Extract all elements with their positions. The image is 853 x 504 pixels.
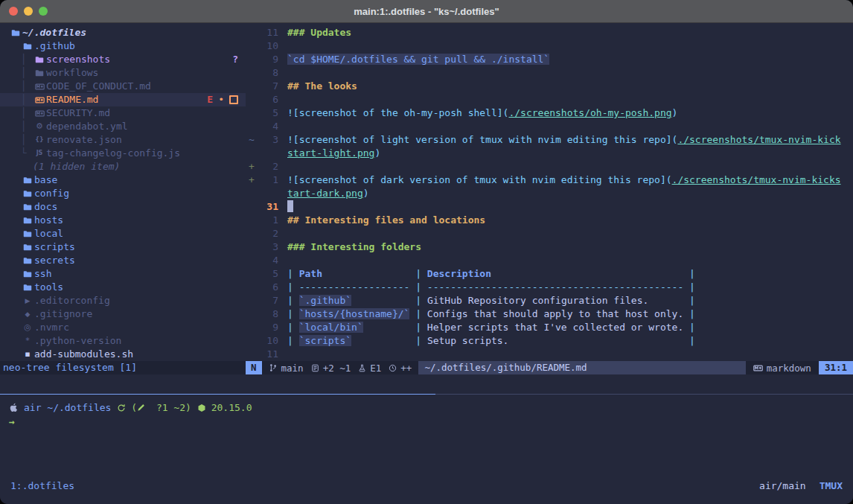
editor-line[interactable]: 10| `scripts` | Setup scripts. | xyxy=(246,334,853,348)
tree-item-tools[interactable]: tools xyxy=(0,281,246,294)
line-number: 3 xyxy=(259,240,278,254)
tree-item-renovate-json[interactable]: │{}renovate.json xyxy=(0,133,246,147)
tree-item-tag-changelog-config-js[interactable]: └JStag-changelog-config.js xyxy=(0,147,246,160)
markdown-icon xyxy=(753,363,763,373)
gutter-sign: ~ xyxy=(246,133,259,147)
editor-line[interactable]: 11 xyxy=(246,348,853,361)
tree-item-editorconfig[interactable]: ▶.editorconfig xyxy=(0,294,246,307)
line-number: 5 xyxy=(259,106,278,120)
folder-icon xyxy=(33,55,46,64)
tree-item-secrets[interactable]: secrets xyxy=(0,254,246,267)
file-icon xyxy=(310,364,320,372)
gutter-sign xyxy=(246,294,259,307)
prompt-segment: air xyxy=(24,401,47,415)
tree-item-screenshots[interactable]: │screenshots? xyxy=(0,53,246,66)
tree-item-add-submodules-sh[interactable]: ▪add-submodules.sh xyxy=(0,348,246,361)
line-text: | ------------------- | ----------------… xyxy=(278,281,853,294)
tree-item-python-version[interactable]: *.python-version xyxy=(0,334,246,348)
line-text xyxy=(278,200,853,214)
tree-item-hosts[interactable]: hosts xyxy=(0,214,246,227)
tree-item-readme-md[interactable]: │README.mdE• xyxy=(0,93,246,106)
editor-line[interactable]: 5| Path | Description | xyxy=(246,267,853,281)
editor-line[interactable]: 31 xyxy=(246,200,853,214)
tree-item-docs[interactable]: docs xyxy=(0,200,246,214)
tree-item-label: screenshots xyxy=(46,53,110,66)
editor-line[interactable]: 7## The looks xyxy=(246,80,853,93)
tree-item-dotfiles[interactable]: ~/.dotfiles xyxy=(0,26,246,39)
tree-item-security-md[interactable]: │SECURITY.md xyxy=(0,106,246,120)
md-icon xyxy=(33,109,46,118)
tree-item-label: .editorconfig xyxy=(34,294,110,307)
editor-line[interactable]: 9| `local/bin` | Helper scripts that I'v… xyxy=(246,321,853,334)
editor-line[interactable]: 1## Interesting files and locations xyxy=(246,214,853,227)
tree-item-ssh[interactable]: ssh xyxy=(0,267,246,281)
tmux-window-tab[interactable]: 1:.dotfiles xyxy=(10,478,74,494)
editor-line[interactable]: 2 xyxy=(246,227,853,240)
tmux-pane-divider xyxy=(0,394,853,395)
folder-icon xyxy=(21,202,34,211)
line-text: ### Updates xyxy=(278,26,853,39)
line-text xyxy=(278,66,853,80)
line-text xyxy=(278,160,853,173)
editor-line[interactable]: start-light.png) xyxy=(246,147,853,160)
editor-line[interactable]: tart-dark.png) xyxy=(246,187,853,200)
line-number: 4 xyxy=(259,254,278,267)
editor-line[interactable]: 4 xyxy=(246,120,853,133)
editor-line[interactable]: 6 xyxy=(246,93,853,106)
tree-item-gitignore[interactable]: ◆.gitignore xyxy=(0,307,246,321)
prompt-arrow: → xyxy=(9,415,15,429)
tree-item-code-of-conduct-md[interactable]: │CODE_OF_CONDUCT.md xyxy=(0,80,246,93)
line-text xyxy=(278,93,853,106)
gutter-sign xyxy=(246,281,259,294)
line-number: 7 xyxy=(259,80,278,93)
editor-line[interactable]: 8| `hosts/{hostname}/` | Configs that sh… xyxy=(246,307,853,321)
line-text xyxy=(278,120,853,133)
flask-icon xyxy=(357,364,367,372)
indent-guide: │ xyxy=(21,133,33,147)
tree-item-config[interactable]: config xyxy=(0,187,246,200)
tree-item-label: SECURITY.md xyxy=(46,106,110,120)
editor-line[interactable]: +1![screenshot of dark version of tmux w… xyxy=(246,173,853,187)
editor-line[interactable]: 8 xyxy=(246,66,853,80)
editor-line[interactable]: +2 xyxy=(246,160,853,173)
tree-item-workflows[interactable]: │workflows xyxy=(0,66,246,80)
tree-item-label: docs xyxy=(34,200,57,214)
nvim-workspace: ~/.dotfiles.github│screenshots?│workflow… xyxy=(0,23,853,374)
pane-divider-active xyxy=(0,394,435,395)
folder-icon xyxy=(21,269,34,278)
editor-line[interactable]: 11### Updates xyxy=(246,26,853,39)
tree-item-base[interactable]: base xyxy=(0,173,246,187)
tree-item-1-hidden-item[interactable]: (1 hidden item) xyxy=(0,160,246,173)
play-icon: ▶ xyxy=(21,294,34,307)
editor-line[interactable]: 5![screenshot of the oh-my-posh shell](.… xyxy=(246,106,853,120)
tree-item-label: dependabot.yml xyxy=(46,120,128,133)
tree-item-dependabot-yml[interactable]: │⚙dependabot.yml xyxy=(0,120,246,133)
tree-item-github[interactable]: .github xyxy=(0,39,246,53)
gutter-sign xyxy=(246,267,259,281)
line-text xyxy=(278,254,853,267)
gutter-sign xyxy=(246,334,259,348)
editor-line[interactable]: 4 xyxy=(246,254,853,267)
line-text: | `scripts` | Setup scripts. | xyxy=(278,334,853,348)
folder-icon xyxy=(21,216,34,225)
tree-item-label: ~/.dotfiles xyxy=(22,26,86,39)
prompt-segment: ?1 ~2) xyxy=(150,401,197,415)
window-title: main:1:.dotfiles - "ks~/.dotfiles" xyxy=(0,6,853,17)
editor-line[interactable]: 3### Interesting folders xyxy=(246,240,853,254)
gutter-sign: + xyxy=(246,173,259,187)
editor-line[interactable]: 7| `.github` | GitHub Repository configu… xyxy=(246,294,853,307)
editor-line[interactable]: 10 xyxy=(246,39,853,53)
line-number: 10 xyxy=(259,39,278,53)
tree-item-local[interactable]: local xyxy=(0,227,246,240)
editor-line[interactable]: 6| ------------------- | ---------------… xyxy=(246,281,853,294)
js-icon: JS xyxy=(33,147,46,160)
tree-item-nvmrc[interactable]: ◎.nvmrc xyxy=(0,321,246,334)
tree-item-label: CODE_OF_CONDUCT.md xyxy=(46,80,151,93)
editor-line[interactable]: ~3![screenshot of light version of tmux … xyxy=(246,133,853,147)
shell-pane: air ~/.dotfiles ( ?1 ~2) 20.15.0 → 1:.do… xyxy=(0,374,853,504)
braces-icon: {} xyxy=(33,133,46,147)
gear-icon: ⚙ xyxy=(33,120,46,133)
editor-line[interactable]: 9`cd $HOME/.dotfiles && git pull && ./in… xyxy=(246,53,853,66)
line-text: tart-dark.png) xyxy=(278,187,853,200)
tree-item-scripts[interactable]: scripts xyxy=(0,240,246,254)
